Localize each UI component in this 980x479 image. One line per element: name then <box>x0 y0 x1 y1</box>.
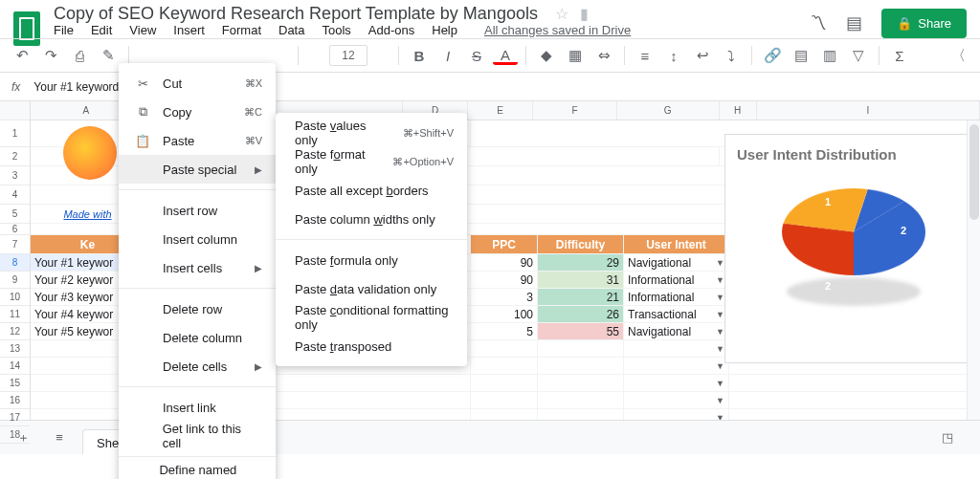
redo-icon[interactable]: ↷ <box>38 43 63 68</box>
ctx-delete-cells[interactable]: Delete cells▶ <box>119 352 276 381</box>
cell-difficulty[interactable]: 21 <box>538 289 624 305</box>
row-header[interactable]: 4 <box>0 185 30 205</box>
chevron-down-icon[interactable]: ▼ <box>716 310 724 319</box>
ctx-paste-except-borders[interactable]: Paste all except borders <box>276 176 467 205</box>
row-header[interactable]: 9 <box>0 272 30 289</box>
filter-icon[interactable]: ▽ <box>846 43 871 68</box>
cell-intent[interactable]: Navigational▼ <box>624 254 729 271</box>
row-header[interactable]: 5 <box>0 205 30 224</box>
ctx-cut[interactable]: ✂Cut⌘X <box>119 69 276 98</box>
row-header[interactable]: 14 <box>0 358 30 375</box>
col-header[interactable]: I <box>757 101 980 120</box>
formula-input[interactable]: Your #1 keyword h <box>33 80 128 94</box>
chevron-down-icon[interactable]: ▼ <box>716 413 724 421</box>
collapse-toolbar-icon[interactable]: 〈 <box>946 43 970 68</box>
undo-icon[interactable]: ↶ <box>10 43 34 68</box>
ctx-get-link[interactable]: Get link to this cell <box>119 422 276 450</box>
activity-chart-icon[interactable]: 〽 <box>810 13 827 33</box>
paint-format-icon[interactable]: ✎ <box>96 43 121 68</box>
cell-intent[interactable]: Informational▼ <box>624 272 729 288</box>
row-header[interactable]: 2 <box>0 147 30 166</box>
cell-difficulty[interactable]: 26 <box>538 306 624 322</box>
document-title[interactable]: Copy of SEO Keyword Research Report Temp… <box>54 4 538 24</box>
move-folder-icon[interactable]: ▮ <box>580 5 589 23</box>
cell-intent[interactable]: Transactional▼ <box>624 306 729 322</box>
ctx-delete-column[interactable]: Delete column <box>119 323 276 352</box>
chart-user-intent[interactable]: User Intent Distribution 2 2 1 <box>724 134 980 363</box>
row-header[interactable]: 10 <box>0 289 30 306</box>
row-header[interactable]: 18 <box>0 426 30 444</box>
chevron-down-icon[interactable]: ▼ <box>716 396 724 405</box>
ctx-paste-formula[interactable]: Paste formula only <box>276 246 467 274</box>
col-header[interactable]: G <box>617 101 720 120</box>
print-icon[interactable]: ⎙ <box>67 43 92 68</box>
cell-intent[interactable]: Navigational▼ <box>624 323 729 339</box>
merge-icon[interactable]: ⇔ <box>591 43 616 68</box>
ctx-define-range[interactable]: Define named range... <box>119 463 276 479</box>
row-header[interactable]: 16 <box>0 392 30 409</box>
halign-icon[interactable]: ≡ <box>633 43 657 68</box>
chevron-down-icon[interactable]: ▼ <box>716 293 724 302</box>
select-all-corner[interactable] <box>0 101 30 120</box>
menu-help[interactable]: Help <box>432 23 457 37</box>
row-header[interactable]: 3 <box>0 166 30 185</box>
menu-view[interactable]: View <box>129 23 156 37</box>
row-header[interactable]: 6 <box>0 224 30 235</box>
ctx-insert-cells[interactable]: Insert cells▶ <box>119 253 276 282</box>
chevron-down-icon[interactable]: ▼ <box>716 327 724 337</box>
ctx-copy[interactable]: ⧉Copy⌘C <box>119 98 276 126</box>
ctx-insert-link[interactable]: Insert link <box>119 393 276 422</box>
row-header[interactable]: 11 <box>0 306 30 323</box>
col-header[interactable]: E <box>468 101 533 120</box>
chevron-down-icon[interactable]: ▼ <box>716 258 724 268</box>
ctx-paste[interactable]: 📋Paste⌘V <box>119 126 276 155</box>
cell-difficulty[interactable]: 29 <box>538 254 624 271</box>
menu-edit[interactable]: Edit <box>91 23 112 37</box>
ctx-delete-row[interactable]: Delete row <box>119 294 276 323</box>
explore-button[interactable]: ◳ <box>934 425 961 451</box>
ctx-paste-values[interactable]: Paste values only⌘+Shift+V <box>276 119 467 147</box>
ctx-insert-column[interactable]: Insert column <box>119 225 276 253</box>
chart-tool-icon[interactable]: ▥ <box>817 43 842 68</box>
chevron-down-icon[interactable]: ▼ <box>716 379 724 388</box>
comment-tool-icon[interactable]: ▤ <box>789 43 813 68</box>
col-header[interactable]: F <box>533 101 617 120</box>
cell-ppc[interactable]: 90 <box>471 254 538 271</box>
save-status[interactable]: All changes saved in Drive <box>484 23 631 37</box>
col-header[interactable]: H <box>720 101 757 120</box>
strike-icon[interactable]: S <box>464 43 489 68</box>
row-header[interactable]: 17 <box>0 409 30 426</box>
ctx-paste-format[interactable]: Paste format only⌘+Option+V <box>276 147 467 176</box>
menu-format[interactable]: Format <box>222 23 261 37</box>
cell-ppc[interactable]: 5 <box>471 323 538 339</box>
chevron-down-icon[interactable]: ▼ <box>716 344 724 354</box>
cell-ppc[interactable]: 100 <box>471 306 538 322</box>
row-header[interactable]: 7 <box>0 235 30 254</box>
all-sheets-button[interactable]: ≡ <box>46 425 73 451</box>
ctx-insert-row[interactable]: Insert row <box>119 196 276 225</box>
vertical-scrollbar[interactable]: ▲ ▼ <box>967 120 980 420</box>
chevron-down-icon[interactable]: ▼ <box>716 361 724 371</box>
menu-insert[interactable]: Insert <box>173 23 205 37</box>
row-header[interactable]: 12 <box>0 323 30 340</box>
bold-icon[interactable]: B <box>407 43 432 68</box>
font-size-input[interactable]: 12 <box>329 45 368 66</box>
cell-intent[interactable]: Informational▼ <box>624 289 729 305</box>
cell-ppc[interactable]: 90 <box>471 272 538 288</box>
ctx-paste-special[interactable]: Paste special▶ <box>119 155 276 184</box>
valign-icon[interactable]: ↕ <box>661 43 686 68</box>
italic-icon[interactable]: I <box>435 43 460 68</box>
ctx-paste-validation[interactable]: Paste data validation only <box>276 274 467 303</box>
fill-color-icon[interactable]: ◆ <box>534 43 559 68</box>
cell-ppc[interactable]: 3 <box>471 289 538 305</box>
row-header[interactable]: 8 <box>0 254 30 272</box>
rotate-icon[interactable]: ⤵ <box>719 43 744 68</box>
ctx-paste-conditional[interactable]: Paste conditional formatting only <box>276 303 467 332</box>
menu-file[interactable]: File <box>54 23 74 37</box>
menu-data[interactable]: Data <box>278 23 304 37</box>
comments-icon[interactable]: ▤ <box>846 12 862 33</box>
row-header[interactable]: 15 <box>0 375 30 392</box>
link-icon[interactable]: 🔗 <box>760 43 785 68</box>
share-button[interactable]: 🔒 Share <box>881 9 967 38</box>
menu-addons[interactable]: Add-ons <box>368 23 414 37</box>
